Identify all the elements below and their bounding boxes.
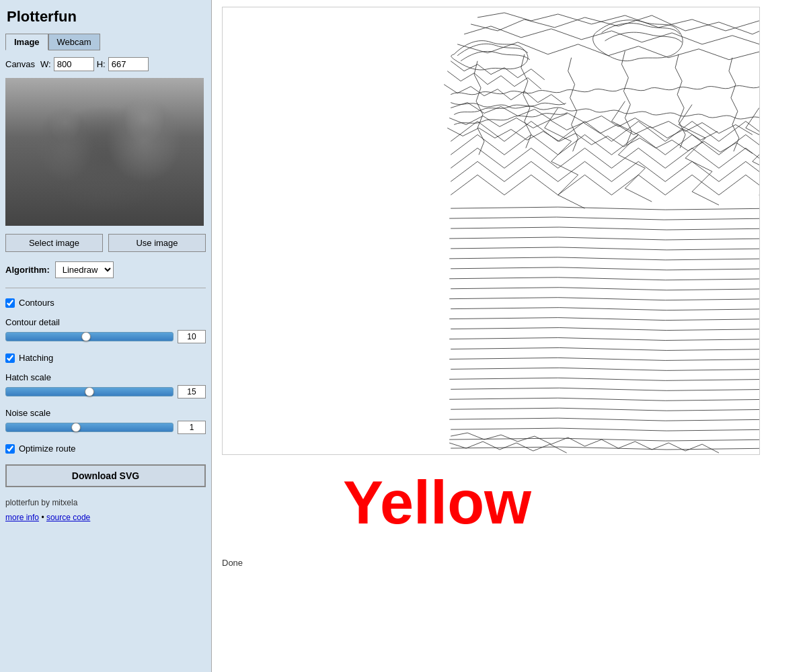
hatch-scale-slider-row bbox=[5, 385, 206, 398]
select-image-button[interactable]: Select image bbox=[5, 234, 103, 252]
image-preview bbox=[5, 78, 204, 226]
height-label: H: bbox=[97, 59, 106, 69]
tab-webcam[interactable]: Webcam bbox=[48, 34, 100, 50]
contour-detail-value[interactable] bbox=[178, 330, 206, 343]
optimize-route-label: Optimize route bbox=[19, 444, 76, 454]
source-code-link[interactable]: source code bbox=[46, 513, 90, 522]
hatch-scale-track[interactable] bbox=[5, 387, 174, 396]
more-info-link[interactable]: more info bbox=[5, 513, 39, 522]
tab-bar: Image Webcam bbox=[5, 34, 206, 50]
contours-checkbox[interactable] bbox=[5, 298, 15, 308]
footer-credit: plotterfun by mitxela bbox=[5, 498, 206, 507]
done-text: Done bbox=[222, 558, 243, 568]
algorithm-row: Algorithm: Linedraw Stipple Circles bbox=[5, 261, 206, 278]
optimize-route-checkbox[interactable] bbox=[5, 444, 15, 454]
noise-scale-thumb[interactable] bbox=[71, 423, 81, 432]
contour-detail-track[interactable] bbox=[5, 332, 174, 341]
main-area: Yellow Done bbox=[212, 0, 807, 672]
canvas-width-input[interactable] bbox=[54, 57, 94, 71]
plotter-canvas bbox=[222, 7, 760, 455]
contours-label: Contours bbox=[19, 298, 54, 308]
contour-detail-section: Contour detail bbox=[5, 317, 206, 343]
tab-image[interactable]: Image bbox=[5, 34, 48, 50]
hatch-scale-title: Hatch scale bbox=[5, 372, 206, 382]
download-svg-button[interactable]: Download SVG bbox=[5, 464, 206, 487]
hatch-scale-value[interactable] bbox=[178, 385, 206, 398]
footer-separator: • bbox=[41, 513, 44, 522]
contours-row: Contours bbox=[5, 298, 206, 308]
divider-1 bbox=[5, 288, 206, 288]
output-svg bbox=[223, 7, 759, 454]
footer-links: more info • source code bbox=[5, 513, 206, 522]
noise-scale-section: Noise scale bbox=[5, 408, 206, 434]
app-title: Plotterfun bbox=[5, 5, 206, 30]
noise-scale-track[interactable] bbox=[5, 423, 174, 432]
width-label: W: bbox=[40, 59, 51, 69]
noise-scale-slider-row bbox=[5, 421, 206, 434]
hatch-scale-section: Hatch scale bbox=[5, 372, 206, 398]
canvas-label: Canvas bbox=[5, 59, 35, 69]
hatching-row: Hatching bbox=[5, 353, 206, 363]
noise-scale-value[interactable] bbox=[178, 421, 206, 434]
canvas-size-row: Canvas W: H: bbox=[5, 57, 206, 71]
optimize-route-row: Optimize route bbox=[5, 444, 206, 454]
contour-detail-slider-row bbox=[5, 330, 206, 343]
contour-detail-thumb[interactable] bbox=[81, 332, 91, 341]
canvas-height-input[interactable] bbox=[108, 57, 149, 71]
algorithm-select[interactable]: Linedraw Stipple Circles bbox=[55, 261, 114, 278]
hatch-scale-thumb[interactable] bbox=[85, 387, 94, 396]
image-buttons: Select image Use image bbox=[5, 234, 206, 252]
noise-scale-title: Noise scale bbox=[5, 408, 206, 418]
use-image-button[interactable]: Use image bbox=[108, 234, 206, 252]
contour-detail-title: Contour detail bbox=[5, 317, 206, 327]
hatching-label: Hatching bbox=[19, 353, 53, 363]
hatching-checkbox[interactable] bbox=[5, 353, 15, 363]
photo-thumbnail bbox=[5, 78, 204, 226]
algorithm-label: Algorithm: bbox=[5, 265, 50, 275]
yellow-text: Yellow bbox=[343, 468, 531, 538]
